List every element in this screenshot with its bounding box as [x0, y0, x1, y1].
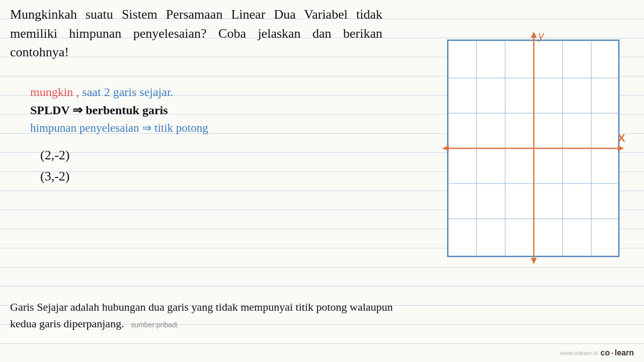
coord2: (3,-2): [40, 166, 397, 187]
coordinate-grid: X y: [438, 30, 629, 272]
answer-red-text: mungkin ,: [30, 85, 79, 99]
y-axis-label: y: [537, 30, 545, 42]
question-text: Mungkinkah suatu Sistem Persamaan Linear…: [10, 5, 382, 62]
svg-marker-12: [443, 145, 449, 151]
grid-svg: X y: [438, 30, 629, 272]
branding-site: www.colearn.id: [560, 350, 598, 356]
x-axis-label: X: [618, 132, 625, 144]
coordinates: (2,-2) (3,-2): [40, 145, 397, 187]
svg-marker-13: [618, 145, 624, 151]
answer-line3: himpunan penyelesaian ⇒ titik potong: [30, 121, 397, 135]
answer-line1: mungkin , saat 2 garis sejajar.: [30, 85, 397, 99]
answer-line2: SPLDV ⇒ berbentuk garis: [30, 103, 397, 117]
answer-line2-text: SPLDV ⇒ berbentuk garis: [30, 104, 168, 117]
footer-source: sumber:pribadi: [131, 321, 178, 329]
footer-text: Garis Sejajar adalah hubungan dua garis …: [10, 299, 403, 332]
svg-marker-16: [531, 258, 537, 264]
branding: www.colearn.id co·learn: [560, 348, 634, 358]
answer-section: mungkin , saat 2 garis sejajar. SPLDV ⇒ …: [30, 85, 397, 187]
branding-logo: co·learn: [601, 348, 634, 358]
coord1: (2,-2): [40, 145, 397, 166]
footer-content: Garis Sejajar adalah hubungan dua garis …: [10, 301, 393, 330]
answer-blue-text: saat 2 garis sejajar.: [82, 85, 173, 99]
page: Mungkinkah suatu Sistem Persamaan Linear…: [0, 0, 644, 362]
svg-marker-15: [531, 32, 537, 38]
question-content: Mungkinkah suatu Sistem Persamaan Linear…: [10, 7, 382, 59]
answer-line3-text: himpunan penyelesaian ⇒ titik potong: [30, 122, 208, 134]
